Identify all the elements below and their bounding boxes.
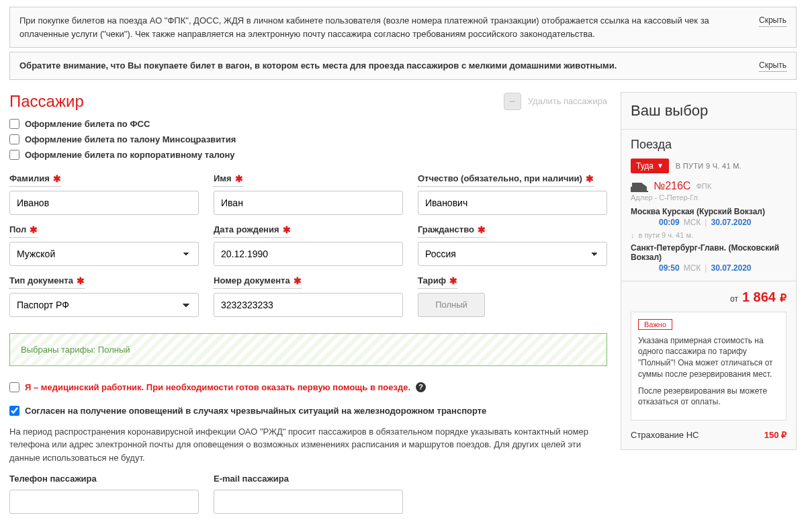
lastname-label: Фамилия✱ [9,173,61,187]
route: Адлер - С-Петер-Гл [631,193,787,202]
duration-label: В ПУТИ 9 Ч. 41 М. [676,162,742,170]
checkbox-fss[interactable] [9,119,19,129]
passenger-title: Пассажир [9,92,84,111]
docnum-input[interactable] [214,293,403,317]
from-station: Москва Курская (Курский Вокзал) [631,207,787,216]
dob-input[interactable] [214,242,403,266]
hide-notice-2[interactable]: Скрыть [759,59,787,72]
sidebar-title: Ваш выбор [631,102,787,120]
medical-worker-checkbox[interactable] [9,382,19,392]
checkbox-corp-label: Оформление билета по корпоративному тало… [25,150,235,160]
divider [621,281,796,281]
agree-label: Согласен на получение оповещений в случа… [25,406,486,416]
tariff-button: Полный [418,293,485,317]
sidebar-section: Поезда [631,138,787,152]
svg-rect-2 [631,191,648,192]
price-amount: 1 864 [742,290,776,305]
delete-passenger-label: Удалить пассажира [528,96,607,106]
citizenship-label: Гражданство✱ [418,224,486,238]
covid-info: На период распространения коронавирусной… [9,425,607,465]
citizenship-select[interactable]: Россия [418,242,607,266]
agree-row[interactable]: Согласен на получение оповещений в случа… [9,406,607,416]
important-box: Важно Указана примерная стоимость на одн… [631,312,787,421]
to-tz: МСК [684,263,701,273]
checkbox-corp[interactable] [9,150,19,160]
firstname-label: Имя✱ [214,173,243,187]
from-time: 00:09 [659,218,680,227]
dob-label: Дата рождения✱ [214,224,291,238]
svg-rect-1 [632,183,641,187]
notice-pets: Обратите внимание, что Вы покупаете биле… [9,52,797,80]
transit-duration: в пути 9 ч. 41 м. [639,231,694,239]
doctype-label: Тип документа✱ [9,275,85,289]
your-choice-sidebar: Ваш выбор Поезда Туда ▼ В ПУТИ 9 Ч. 41 М… [621,92,797,451]
tariff-selected-bar: Выбраны тарифы: Полный [9,333,607,366]
lastname-input[interactable] [9,191,199,215]
minus-icon: − [504,93,521,110]
notice-receipt: При покупке билетов на поезда АО "ФПК", … [9,7,797,48]
firstname-input[interactable] [214,191,403,215]
gender-select[interactable]: Мужской [9,242,199,266]
important-text-1: Указана примерная стоимость на одного па… [638,335,779,380]
checkbox-fss-label: Оформление билета по ФСС [25,119,150,129]
insurance-price: 150 ₽ [764,430,787,440]
checkbox-minsoc-row[interactable]: Оформление билета по талону Минсоцразвит… [9,134,607,144]
docnum-label: Номер документа✱ [214,275,302,289]
gender-label: Пол✱ [9,224,38,238]
checkbox-minsoc[interactable] [9,134,19,144]
checkbox-fss-row[interactable]: Оформление билета по ФСС [9,119,607,129]
hide-notice-1[interactable]: Скрыть [759,14,787,27]
insurance-label: Страхование НС [631,430,699,440]
svg-rect-0 [631,187,647,191]
important-label: Важно [638,319,672,330]
agree-checkbox[interactable] [9,406,19,416]
phone-label: Телефон пассажира [9,474,97,486]
tariff-label: Тариф✱ [418,275,457,289]
to-station: Санкт-Петербург-Главн. (Московский Вокза… [631,243,787,262]
from-tz: МСК [684,218,701,227]
carrier: ФПК [696,182,711,190]
train-icon [631,180,648,192]
to-date: 30.07.2020 [711,263,751,273]
to-time: 09:50 [659,263,680,273]
phone-input[interactable] [9,490,199,514]
middlename-label: Отчество (обязательно, при наличии)✱ [418,173,594,187]
help-icon[interactable]: ? [416,382,426,392]
from-date: 30.07.2020 [711,218,751,227]
arrow-down-icon: ↓ [631,231,635,239]
checkbox-minsoc-label: Оформление билета по талону Минсоцразвит… [25,134,236,144]
doctype-select[interactable]: Паспорт РФ [9,293,199,317]
important-text-2: После резервирования вы можете отказатьс… [638,386,779,408]
chevron-down-icon: ▼ [657,162,664,169]
middlename-input[interactable] [418,191,607,215]
notice-text: Обратите внимание, что Вы покупаете биле… [19,59,617,73]
direction-badge[interactable]: Туда ▼ [631,159,669,173]
medical-worker-row[interactable]: Я – медицинский работник. При необходимо… [9,382,607,392]
medical-worker-label: Я – медицинский работник. При необходимо… [25,382,410,392]
divider [621,129,796,130]
price-currency: ₽ [780,292,787,304]
train-number: №216С [654,180,690,192]
email-label: E-mail пассажира [214,474,289,486]
checkbox-corp-row[interactable]: Оформление билета по корпоративному тало… [9,150,607,160]
notice-text: При покупке билетов на поезда АО "ФПК", … [19,14,748,40]
email-input[interactable] [214,490,403,514]
price-from: от [730,294,738,304]
delete-passenger: − Удалить пассажира [504,93,607,110]
